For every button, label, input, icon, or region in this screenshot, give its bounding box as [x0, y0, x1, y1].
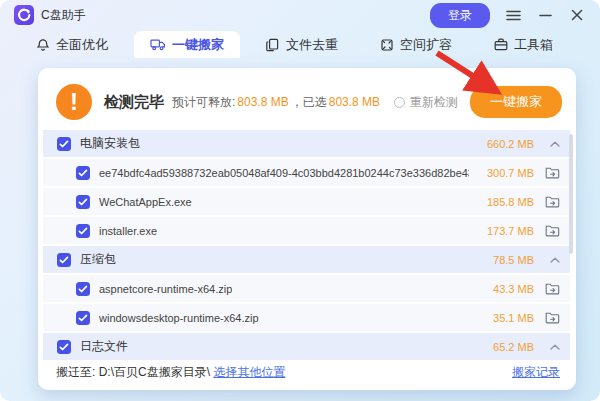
file-list: 电脑安装包660.2 MBee74bdfc4ad59388732eab05048…	[43, 130, 570, 362]
category-row[interactable]: 压缩包78.5 MB	[43, 246, 570, 275]
chevron-up-icon[interactable]	[534, 257, 560, 263]
main-panel: ! 检测完毕 预计可释放: 803.8 MB ，已选 803.8 MB 重新检测…	[38, 68, 576, 390]
chevron-up-icon[interactable]	[534, 141, 560, 147]
checkbox-checked-icon[interactable]	[76, 195, 90, 209]
tab-2[interactable]: 一键搬家	[134, 31, 240, 58]
dedupe-icon	[266, 38, 280, 52]
checkbox-checked-icon[interactable]	[76, 224, 90, 238]
category-size: 78.5 MB	[493, 254, 534, 266]
tab-label: 空间扩容	[400, 36, 452, 54]
recheck-button[interactable]: 重新检测	[394, 94, 458, 111]
card-footer: 搬迁至: D:\百贝C盘搬家目录\ 选择其他位置 搬家记录	[56, 364, 560, 381]
releasable-label: 预计可释放:	[172, 94, 235, 111]
tab-label: 文件去重	[286, 36, 338, 54]
file-row[interactable]: aspnetcore-runtime-x64.zip43.3 MB	[43, 275, 570, 304]
file-row[interactable]: ee74bdfc4ad59388732eab05048af409-4c03bbd…	[43, 159, 570, 188]
recheck-label: 重新检测	[410, 94, 458, 111]
tab-1[interactable]: 全面优化	[20, 31, 124, 58]
move-file-icon[interactable]	[534, 311, 560, 324]
file-name: installer.exe	[99, 225, 157, 237]
scan-status: 检测完毕	[104, 93, 164, 112]
tab-label: 一键搬家	[172, 36, 224, 54]
checkbox-checked-icon[interactable]	[57, 340, 71, 354]
app-window: C盘助手 登录 全面优化一键搬家文件去重空间扩容工具箱 ! 检测完毕 预计可释放…	[0, 0, 600, 401]
move-file-icon[interactable]	[534, 282, 560, 295]
tab-label: 全面优化	[56, 36, 108, 54]
optimize-icon	[36, 38, 50, 52]
chevron-up-icon[interactable]	[534, 344, 560, 350]
recheck-radio-icon	[394, 97, 405, 108]
file-size: 35.1 MB	[493, 312, 534, 324]
login-button[interactable]: 登录	[430, 3, 490, 28]
scrollbar[interactable]	[569, 132, 573, 360]
choose-location-link[interactable]: 选择其他位置	[213, 364, 285, 381]
category-row[interactable]: 日志文件65.2 MB	[43, 333, 570, 362]
category-size: 65.2 MB	[493, 341, 534, 353]
tab-label: 工具箱	[514, 36, 553, 54]
file-row[interactable]: installer.exe173.7 MB	[43, 217, 570, 246]
tab-3[interactable]: 文件去重	[250, 31, 354, 58]
checkbox-checked-icon[interactable]	[57, 253, 71, 267]
scrollbar-thumb[interactable]	[569, 134, 573, 254]
tab-bar: 全面优化一键搬家文件去重空间扩容工具箱	[20, 31, 569, 58]
minimize-icon[interactable]	[536, 6, 554, 24]
checkbox-checked-icon[interactable]	[76, 282, 90, 296]
file-size: 43.3 MB	[493, 283, 534, 295]
truck-icon	[150, 38, 166, 51]
tab-4[interactable]: 空间扩容	[364, 31, 468, 58]
menu-icon[interactable]	[504, 6, 522, 24]
selected-value: 803.8 MB	[329, 95, 380, 109]
expand-icon	[380, 38, 394, 52]
move-history-link[interactable]: 搬家记录	[512, 364, 560, 381]
tab-5[interactable]: 工具箱	[478, 31, 569, 58]
category-label: 日志文件	[80, 338, 128, 355]
file-size: 173.7 MB	[487, 225, 534, 237]
file-name: WeChatAppEx.exe	[99, 196, 192, 208]
checkbox-checked-icon[interactable]	[76, 311, 90, 325]
file-size: 185.8 MB	[487, 196, 534, 208]
alert-icon: !	[56, 84, 92, 120]
move-now-button[interactable]: 一键搬家	[470, 86, 562, 118]
target-label: 搬迁至:	[56, 364, 95, 381]
app-logo-icon	[14, 5, 34, 25]
scan-summary: ! 检测完毕 预计可释放: 803.8 MB ，已选 803.8 MB 重新检测…	[56, 82, 562, 122]
close-icon[interactable]	[568, 6, 586, 24]
category-label: 电脑安装包	[80, 135, 140, 152]
selected-label: ，已选	[291, 94, 327, 111]
target-path: D:\百贝C盘搬家目录\	[99, 364, 210, 381]
checkbox-checked-icon[interactable]	[57, 137, 71, 151]
file-row[interactable]: WeChatAppEx.exe185.8 MB	[43, 188, 570, 217]
file-name: ee74bdfc4ad59388732eab05048af409-4c03bbd…	[99, 167, 469, 179]
file-size: 300.7 MB	[487, 167, 534, 179]
app-title: C盘助手	[41, 7, 86, 24]
move-file-icon[interactable]	[534, 166, 560, 179]
checkbox-checked-icon[interactable]	[76, 166, 90, 180]
file-name: aspnetcore-runtime-x64.zip	[99, 283, 232, 295]
category-row[interactable]: 电脑安装包660.2 MB	[43, 130, 570, 159]
file-row[interactable]: windowsdesktop-runtime-x64.zip35.1 MB	[43, 304, 570, 333]
releasable-value: 803.8 MB	[237, 95, 288, 109]
toolbox-icon	[494, 38, 508, 51]
move-file-icon[interactable]	[534, 224, 560, 237]
category-size: 660.2 MB	[487, 138, 534, 150]
move-file-icon[interactable]	[534, 195, 560, 208]
file-name: windowsdesktop-runtime-x64.zip	[99, 312, 259, 324]
category-label: 压缩包	[80, 251, 116, 268]
title-bar: C盘助手 登录	[0, 0, 600, 30]
